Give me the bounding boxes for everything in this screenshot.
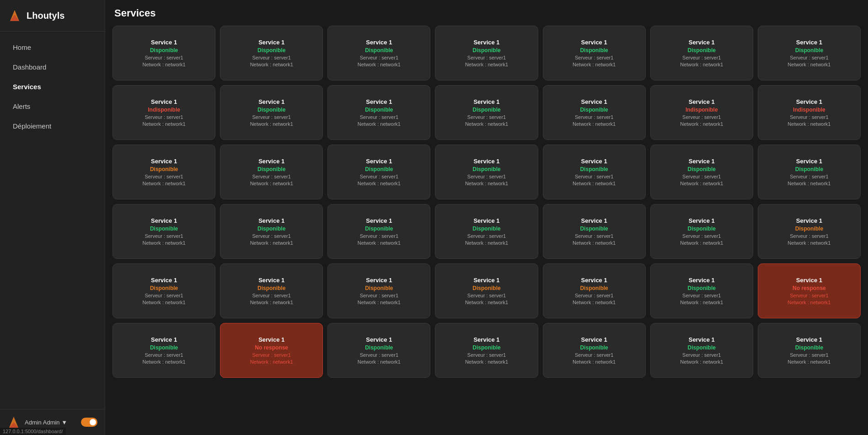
service-server: Serveur : server1 <box>332 352 425 358</box>
service-network: Network : network1 <box>118 62 210 67</box>
service-card[interactable]: Service 1 Disponible Serveur : server1 N… <box>327 323 430 378</box>
service-card[interactable]: Service 1 Indisponible Serveur : server1… <box>113 85 215 140</box>
service-name: Service 1 <box>655 277 748 284</box>
service-network: Network : network1 <box>118 300 210 305</box>
service-card[interactable]: Service 1 Disponible Serveur : server1 N… <box>650 323 753 378</box>
service-status: Disponible <box>548 226 641 232</box>
service-card[interactable]: Service 1 Disponible Serveur : server1 N… <box>113 204 215 259</box>
service-card[interactable]: Service 1 Disponible Serveur : server1 N… <box>113 145 215 199</box>
service-status: Disponible <box>225 226 318 232</box>
service-network: Network : network1 <box>655 62 748 67</box>
service-server: Serveur : server1 <box>440 352 533 358</box>
service-card[interactable]: Service 1 Disponible Serveur : server1 N… <box>327 26 430 81</box>
service-server: Serveur : server1 <box>332 114 425 120</box>
service-name: Service 1 <box>548 336 641 343</box>
service-network: Network : network1 <box>332 240 425 246</box>
service-card[interactable]: Service 1 Disponible Serveur : server1 N… <box>758 323 861 378</box>
service-card[interactable]: Service 1 Disponible Serveur : server1 N… <box>113 263 215 318</box>
service-card[interactable]: Service 1 Disponible Serveur : server1 N… <box>113 26 215 81</box>
service-network: Network : network1 <box>763 359 856 365</box>
sidebar-item-home[interactable]: Home <box>4 38 101 57</box>
service-server: Serveur : server1 <box>655 55 748 60</box>
service-card[interactable]: Service 1 Disponible Serveur : server1 N… <box>220 145 323 199</box>
service-card[interactable]: Service 1 No response Serveur : server1 … <box>758 263 861 318</box>
service-name: Service 1 <box>655 39 748 46</box>
service-card[interactable]: Service 1 Disponible Serveur : server1 N… <box>435 85 538 140</box>
service-network: Network : network1 <box>655 121 748 127</box>
service-card[interactable]: Service 1 Disponible Serveur : server1 N… <box>650 26 753 81</box>
service-network: Network : network1 <box>440 240 533 246</box>
service-server: Serveur : server1 <box>440 293 533 298</box>
service-card[interactable]: Service 1 Disponible Serveur : server1 N… <box>650 263 753 318</box>
service-name: Service 1 <box>763 158 856 165</box>
service-card[interactable]: Service 1 Disponible Serveur : server1 N… <box>435 263 538 318</box>
service-network: Network : network1 <box>763 240 856 246</box>
footer-username[interactable]: Admin Admin ▼ <box>25 419 76 426</box>
service-network: Network : network1 <box>655 359 748 365</box>
service-server: Serveur : server1 <box>440 114 533 120</box>
service-card[interactable]: Service 1 Disponible Serveur : server1 N… <box>327 204 430 259</box>
service-network: Network : network1 <box>763 121 856 127</box>
service-server: Serveur : server1 <box>763 293 856 298</box>
service-server: Serveur : server1 <box>655 293 748 298</box>
service-server: Serveur : server1 <box>332 55 425 60</box>
page-title: Services <box>113 7 861 19</box>
theme-toggle[interactable] <box>81 418 97 427</box>
service-name: Service 1 <box>763 336 856 343</box>
service-card[interactable]: Service 1 Disponible Serveur : server1 N… <box>327 85 430 140</box>
service-status: No response <box>763 285 856 291</box>
service-card[interactable]: Service 1 Disponible Serveur : server1 N… <box>220 26 323 81</box>
service-card[interactable]: Service 1 No response Serveur : server1 … <box>220 323 323 378</box>
service-server: Serveur : server1 <box>118 114 210 120</box>
service-server: Serveur : server1 <box>225 55 318 60</box>
service-network: Network : network1 <box>655 240 748 246</box>
service-status: Disponible <box>548 344 641 351</box>
services-grid: Service 1 Disponible Serveur : server1 N… <box>113 26 861 378</box>
service-card[interactable]: Service 1 Indisponible Serveur : server1… <box>758 85 861 140</box>
service-name: Service 1 <box>763 98 856 105</box>
service-card[interactable]: Service 1 Disponible Serveur : server1 N… <box>650 145 753 199</box>
service-card[interactable]: Service 1 Disponible Serveur : server1 N… <box>543 263 646 318</box>
service-card[interactable]: Service 1 Disponible Serveur : server1 N… <box>543 26 646 81</box>
service-card[interactable]: Service 1 Disponible Serveur : server1 N… <box>220 263 323 318</box>
service-status: Disponible <box>548 285 641 291</box>
service-card[interactable]: Service 1 Disponible Serveur : server1 N… <box>327 145 430 199</box>
service-name: Service 1 <box>332 158 425 165</box>
service-network: Network : network1 <box>225 181 318 186</box>
service-status: Disponible <box>548 166 641 172</box>
service-card[interactable]: Service 1 Disponible Serveur : server1 N… <box>650 204 753 259</box>
service-name: Service 1 <box>332 39 425 46</box>
service-card[interactable]: Service 1 Disponible Serveur : server1 N… <box>758 26 861 81</box>
service-server: Serveur : server1 <box>332 233 425 239</box>
service-server: Serveur : server1 <box>763 352 856 358</box>
sidebar-item-deploiement[interactable]: Déploiement <box>4 117 101 135</box>
service-card[interactable]: Service 1 Disponible Serveur : server1 N… <box>435 26 538 81</box>
service-card[interactable]: Service 1 Disponible Serveur : server1 N… <box>543 323 646 378</box>
service-card[interactable]: Service 1 Disponible Serveur : server1 N… <box>435 204 538 259</box>
service-status: Indisponible <box>655 107 748 113</box>
service-name: Service 1 <box>225 39 318 46</box>
service-card[interactable]: Service 1 Disponible Serveur : server1 N… <box>543 85 646 140</box>
sidebar-item-services[interactable]: Services <box>4 77 101 96</box>
service-status: Disponible <box>118 226 210 232</box>
service-card[interactable]: Service 1 Disponible Serveur : server1 N… <box>113 323 215 378</box>
service-status: Disponible <box>440 166 533 172</box>
sidebar-item-dashboard[interactable]: Dashboard <box>4 58 101 76</box>
service-card[interactable]: Service 1 Indisponible Serveur : server1… <box>650 85 753 140</box>
service-network: Network : network1 <box>440 181 533 186</box>
service-card[interactable]: Service 1 Disponible Serveur : server1 N… <box>758 204 861 259</box>
service-status: No response <box>225 344 318 351</box>
service-server: Serveur : server1 <box>655 352 748 358</box>
service-card[interactable]: Service 1 Disponible Serveur : server1 N… <box>327 263 430 318</box>
service-card[interactable]: Service 1 Disponible Serveur : server1 N… <box>220 204 323 259</box>
service-card[interactable]: Service 1 Disponible Serveur : server1 N… <box>543 145 646 199</box>
service-server: Serveur : server1 <box>548 352 641 358</box>
service-card[interactable]: Service 1 Disponible Serveur : server1 N… <box>543 204 646 259</box>
sidebar-item-alerts[interactable]: Alerts <box>4 97 101 116</box>
service-card[interactable]: Service 1 Disponible Serveur : server1 N… <box>220 85 323 140</box>
service-server: Serveur : server1 <box>548 293 641 298</box>
service-card[interactable]: Service 1 Disponible Serveur : server1 N… <box>435 323 538 378</box>
service-card[interactable]: Service 1 Disponible Serveur : server1 N… <box>758 145 861 199</box>
service-name: Service 1 <box>118 98 210 105</box>
service-card[interactable]: Service 1 Disponible Serveur : server1 N… <box>435 145 538 199</box>
